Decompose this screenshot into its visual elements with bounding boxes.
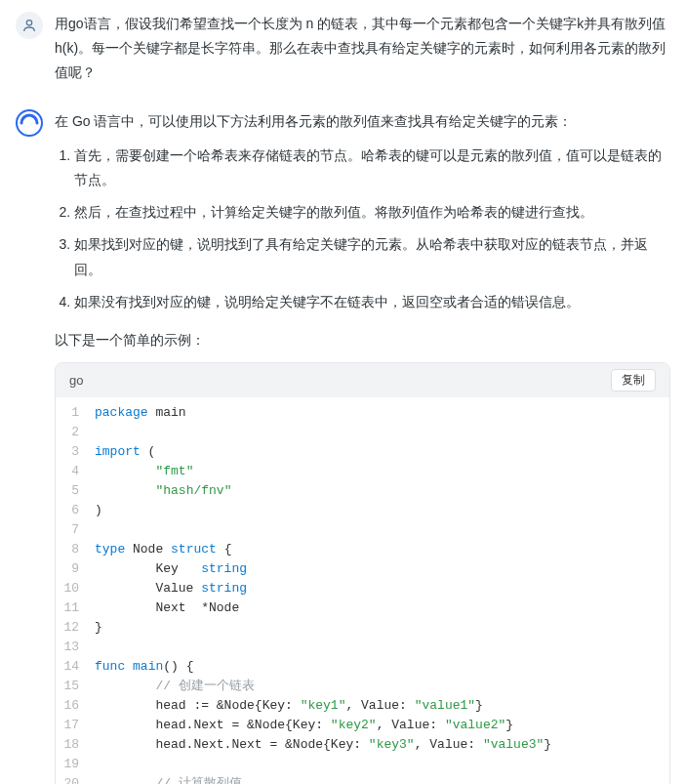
line-number: 11 xyxy=(56,598,89,618)
line-code: type Node struct { xyxy=(89,540,669,559)
line-number: 9 xyxy=(56,559,89,579)
code-line: 17 head.Next = &Node{Key: "key2", Value:… xyxy=(56,716,669,735)
code-line: 14func main() { xyxy=(56,657,669,677)
line-number: 15 xyxy=(56,677,89,696)
assistant-message: 在 Go 语言中，可以使用以下方法利用各元素的散列值来查找具有给定关键字的元素：… xyxy=(0,98,686,784)
assistant-avatar xyxy=(16,109,43,137)
line-code: "hash/fnv" xyxy=(89,481,669,501)
line-code xyxy=(89,638,669,657)
line-code: package main xyxy=(89,403,669,423)
code-line: 16 head := &Node{Key: "key1", Value: "va… xyxy=(56,696,669,716)
line-number: 1 xyxy=(56,403,89,423)
line-code: Next *Node xyxy=(89,598,669,618)
line-code: head.Next = &Node{Key: "key2", Value: "v… xyxy=(89,716,669,735)
line-code: head.Next.Next = &Node{Key: "key3", Valu… xyxy=(89,735,669,755)
svg-point-0 xyxy=(26,21,31,25)
code-lang: go xyxy=(69,369,83,392)
line-code xyxy=(89,423,669,442)
code-line: 8type Node struct { xyxy=(56,540,669,559)
copy-button[interactable]: 复制 xyxy=(611,369,656,392)
line-number: 12 xyxy=(56,618,89,638)
code-line: 15 // 创建一个链表 xyxy=(56,677,669,696)
line-number: 20 xyxy=(56,774,89,784)
line-code: Value string xyxy=(89,579,669,598)
line-number: 10 xyxy=(56,579,89,598)
line-number: 8 xyxy=(56,540,89,559)
code-line: 20 // 计算散列值 xyxy=(56,774,669,784)
step-4: 如果没有找到对应的键，说明给定关键字不在链表中，返回空或者合适的错误信息。 xyxy=(74,290,670,314)
line-code: head := &Node{Key: "key1", Value: "value… xyxy=(89,696,669,716)
code-line: 19 xyxy=(56,755,669,774)
line-number: 16 xyxy=(56,696,89,716)
code-line: 3import ( xyxy=(56,442,669,462)
line-code: ) xyxy=(89,501,669,520)
code-line: 18 head.Next.Next = &Node{Key: "key3", V… xyxy=(56,735,669,755)
code-block: go 复制 1package main23import (4 "fmt"5 "h… xyxy=(55,362,670,784)
code-body: 1package main23import (4 "fmt"5 "hash/fn… xyxy=(56,397,669,784)
assistant-content: 在 Go 语言中，可以使用以下方法利用各元素的散列值来查找具有给定关键字的元素：… xyxy=(55,109,670,784)
code-line: 5 "hash/fnv" xyxy=(56,481,669,501)
assistant-icon xyxy=(16,109,43,137)
step-1: 首先，需要创建一个哈希表来存储链表的节点。哈希表的键可以是元素的散列值，值可以是… xyxy=(74,144,670,192)
line-code: // 创建一个链表 xyxy=(89,677,669,696)
line-code: "fmt" xyxy=(89,462,669,481)
line-number: 19 xyxy=(56,755,89,774)
line-code: func main() { xyxy=(89,657,669,677)
line-number: 5 xyxy=(56,481,89,501)
user-avatar xyxy=(16,12,43,39)
code-line: 10 Value string xyxy=(56,579,669,598)
user-message: 用go语言，假设我们希望查找一个长度为 n 的链表，其中每一个元素都包含一个关键… xyxy=(0,0,686,98)
line-code: Key string xyxy=(89,559,669,579)
code-line: 11 Next *Node xyxy=(56,598,669,618)
line-code: } xyxy=(89,618,669,638)
code-line: 1package main xyxy=(56,403,669,423)
line-code: import ( xyxy=(89,442,669,462)
assistant-outro: 以下是一个简单的示例： xyxy=(55,328,670,352)
line-number: 17 xyxy=(56,716,89,735)
line-number: 4 xyxy=(56,462,89,481)
line-number: 3 xyxy=(56,442,89,462)
code-line: 13 xyxy=(56,638,669,657)
step-3: 如果找到对应的键，说明找到了具有给定关键字的元素。从哈希表中获取对应的链表节点，… xyxy=(74,232,670,281)
code-line: 12} xyxy=(56,618,669,638)
code-line: 2 xyxy=(56,423,669,442)
step-2: 然后，在查找过程中，计算给定关键字的散列值。将散列值作为哈希表的键进行查找。 xyxy=(74,200,670,225)
line-code: // 计算散列值 xyxy=(89,774,669,784)
assistant-intro: 在 Go 语言中，可以使用以下方法利用各元素的散列值来查找具有给定关键字的元素： xyxy=(55,109,670,134)
line-number: 13 xyxy=(56,638,89,657)
code-line: 9 Key string xyxy=(56,559,669,579)
line-number: 2 xyxy=(56,423,89,442)
line-number: 6 xyxy=(56,501,89,520)
assistant-steps: 首先，需要创建一个哈希表来存储链表的节点。哈希表的键可以是元素的散列值，值可以是… xyxy=(55,144,670,314)
code-line: 7 xyxy=(56,520,669,540)
line-code xyxy=(89,520,669,540)
code-line: 6) xyxy=(56,501,669,520)
line-number: 7 xyxy=(56,520,89,540)
user-text: 用go语言，假设我们希望查找一个长度为 n 的链表，其中每一个元素都包含一个关键… xyxy=(55,12,670,86)
code-header: go 复制 xyxy=(56,363,669,397)
code-line: 4 "fmt" xyxy=(56,462,669,481)
line-number: 18 xyxy=(56,735,89,755)
user-icon xyxy=(21,18,37,33)
line-number: 14 xyxy=(56,657,89,677)
line-code xyxy=(89,755,669,774)
